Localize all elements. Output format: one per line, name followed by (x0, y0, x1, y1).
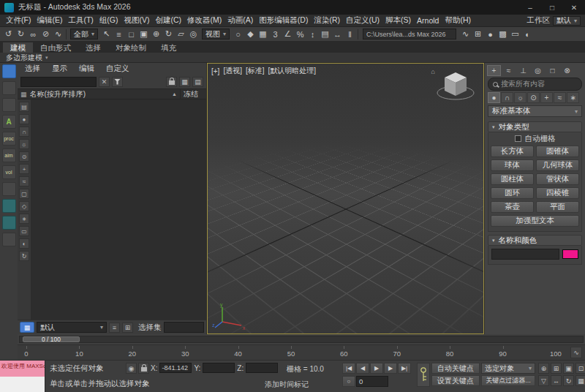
menu-item[interactable]: 动画(A) (224, 15, 256, 26)
se-display-helpers-icon[interactable]: + (19, 164, 29, 174)
bind-to-space-warp-icon[interactable]: ∿ (52, 29, 64, 40)
menu-item[interactable]: 组(G) (97, 15, 121, 26)
geometry-category-icon[interactable]: ● (488, 92, 500, 103)
ribbon-tab-freeform[interactable]: 自由形式 (33, 42, 78, 53)
se-filter-all-icon[interactable]: ▤ (19, 102, 29, 112)
pan-icon[interactable]: ↔ (551, 375, 562, 386)
select-and-place-icon[interactable]: ◎ (187, 29, 200, 40)
scene-object-list[interactable] (31, 99, 206, 320)
unlink-selection-icon[interactable]: ⊘ (39, 29, 52, 40)
viewport-pov-menu[interactable]: [透视] (223, 66, 242, 76)
select-and-link-icon[interactable]: ∞ (27, 29, 39, 40)
primitive-button[interactable]: 圆锥体 (536, 146, 579, 157)
list-view-icon[interactable]: ≡ (109, 323, 120, 333)
z-field[interactable] (246, 363, 278, 373)
goto-start-button[interactable]: |◀ (342, 363, 355, 374)
mirror-icon[interactable]: ↔ (331, 29, 344, 40)
add-time-tag[interactable]: 添加时间标记 (265, 380, 309, 390)
se-display-cameras-icon[interactable]: ⊙ (19, 151, 29, 162)
key-filters-button[interactable]: 关键点过滤器... (481, 375, 535, 386)
lights-category-icon[interactable]: ☼ (514, 92, 526, 103)
key-mode-toggle-button[interactable]: ○ (342, 376, 355, 387)
schematic-view-icon[interactable]: ⊞ (472, 29, 484, 40)
scene-explorer-menu[interactable]: 自定义 (100, 64, 135, 74)
set-key-button[interactable]: 设置关键点 (431, 375, 480, 386)
dock-icon-10[interactable] (2, 216, 16, 230)
primitive-button[interactable]: 长方体 (491, 146, 534, 157)
se-display-containers-icon[interactable]: ▭ (19, 226, 29, 236)
mini-curve-editor-button[interactable]: ∿ (570, 347, 582, 358)
rollout-object-type[interactable]: ▾ 对象类型 (488, 121, 582, 132)
select-and-manipulate-icon[interactable]: ◆ (244, 29, 257, 40)
next-frame-button[interactable]: ▶ (384, 363, 397, 374)
spacewarps-category-icon[interactable]: ≈ (554, 92, 566, 103)
render-setup-icon[interactable]: ▩ (497, 29, 509, 40)
orbit-icon[interactable]: ↻ (563, 375, 574, 386)
command-panel-search[interactable]: 搜索所有内容 (488, 78, 582, 91)
menu-item[interactable]: 文件(F) (3, 15, 34, 26)
isolate-selection-icon[interactable]: ◉ (126, 363, 137, 374)
object-name-field[interactable] (491, 249, 559, 260)
menu-item[interactable]: 修改器(M) (184, 15, 224, 26)
rendered-frame-window-icon[interactable]: ▭ (509, 29, 521, 40)
menu-item[interactable]: 编辑(E) (34, 15, 65, 26)
reference-coordinate-dropdown[interactable]: 视图 (202, 29, 230, 39)
dock-icon-9[interactable] (2, 199, 16, 213)
window-crossing-icon[interactable]: ▣ (137, 29, 150, 40)
select-by-name-icon[interactable]: ≡ (113, 29, 125, 40)
primitive-button[interactable]: 四棱锥 (536, 187, 579, 199)
use-pivot-center-icon[interactable]: ○ (232, 29, 244, 40)
primitive-button[interactable]: 加强型文本 (491, 215, 579, 227)
snap-toggle-icon[interactable]: 3 (269, 29, 282, 40)
subcategory-dropdown[interactable]: 标准基本体 (488, 105, 582, 117)
curve-editor-icon[interactable]: ∿ (459, 29, 472, 40)
minimize-button[interactable]: – (519, 0, 541, 15)
ribbon-tab-modeling[interactable]: 建模 (3, 42, 33, 53)
se-display-spacewarps-icon[interactable]: ≈ (19, 176, 29, 186)
column-header-name[interactable]: 名称(按升序排序) (30, 89, 170, 99)
dock-icon-2[interactable] (2, 81, 16, 95)
cameras-category-icon[interactable]: ⊙ (527, 92, 540, 103)
menu-item[interactable]: 图形编辑器(D) (256, 15, 311, 26)
viewcube[interactable] (434, 67, 479, 106)
se-display-shapes-icon[interactable]: ∩ (19, 127, 29, 137)
filter-funnel-icon[interactable] (112, 77, 123, 87)
maximize-viewport-icon[interactable]: ▦ (575, 375, 585, 386)
scene-explorer-menu[interactable]: 显示 (46, 64, 73, 74)
selection-set-dropdown[interactable] (164, 322, 205, 333)
se-display-bones-icon[interactable]: ∗ (19, 214, 29, 224)
se-display-xrefs-icon[interactable]: ◇ (19, 201, 29, 211)
play-button[interactable]: ▶ (370, 363, 383, 374)
header-grid-icon[interactable]: ▦ (20, 91, 27, 98)
select-and-rotate-icon[interactable]: ↻ (162, 29, 175, 40)
viewport-shading-menu[interactable]: [默认明暗处理] (268, 66, 317, 76)
autogrid-checkbox[interactable] (515, 135, 521, 142)
menu-item[interactable]: 视图(V) (121, 15, 153, 26)
dock-proc-icon[interactable]: proc (2, 132, 16, 146)
primitive-button[interactable]: 圆柱体 (491, 173, 534, 185)
menu-item[interactable]: 工具(T) (65, 15, 96, 26)
track-bar[interactable]: 0102030405060708090100 ∿ (18, 344, 585, 360)
create-tab-icon[interactable]: + (487, 65, 501, 76)
current-frame-field[interactable]: 0 (356, 376, 388, 387)
helpers-category-icon[interactable]: + (540, 92, 553, 103)
dock-a-icon[interactable]: A (2, 115, 16, 129)
zoom-all-icon[interactable]: ⊞ (551, 363, 562, 374)
field-of-view-icon[interactable]: ▽ (538, 375, 549, 386)
x-field[interactable]: -841.142 (159, 363, 192, 373)
align-icon[interactable]: ‖ (344, 29, 356, 40)
spinner-snap-icon[interactable]: ↕ (306, 29, 319, 40)
edit-named-selections-button[interactable]: ▦ (20, 322, 34, 333)
se-sync-icon[interactable]: ↻ (19, 251, 29, 261)
column-header-frozen[interactable]: 冻结 (180, 89, 203, 99)
scene-explorer-menu[interactable]: 选择 (19, 64, 46, 74)
se-display-groups-icon[interactable]: ▢ (19, 189, 29, 199)
scene-explorer-search-input[interactable] (20, 77, 97, 87)
primitive-button[interactable]: 管状体 (536, 173, 579, 185)
se-display-materials-icon[interactable]: ◐ (19, 238, 29, 249)
sort-ascending-icon[interactable]: ▲ (172, 91, 177, 97)
lock-icon[interactable] (166, 77, 177, 87)
time-slider-track[interactable]: 0 / 100 (19, 336, 584, 343)
selection-filter-dropdown[interactable]: 全部 (70, 29, 98, 39)
primitive-button[interactable]: 球体 (491, 159, 534, 171)
